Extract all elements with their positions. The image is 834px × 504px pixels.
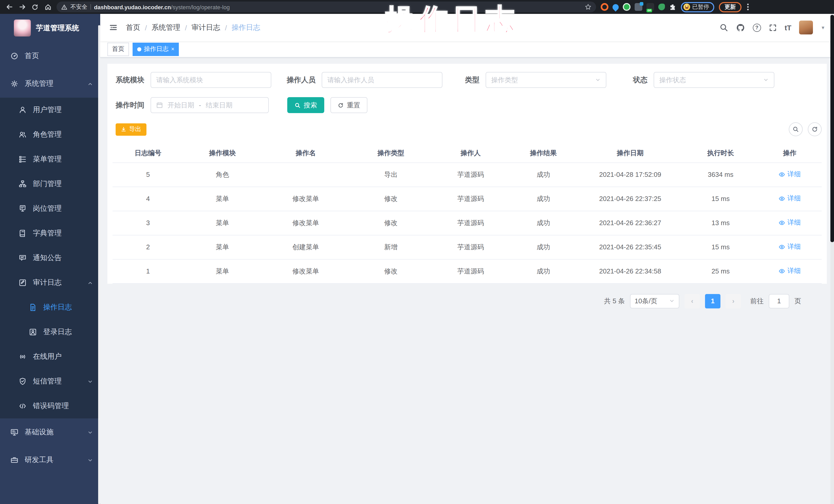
- cell-type: 修改: [350, 187, 432, 211]
- sidebar-item-home[interactable]: 首页: [0, 42, 100, 70]
- detail-link[interactable]: 详细: [779, 218, 801, 227]
- sidebar-item-post-management[interactable]: 岗位管理: [0, 196, 100, 221]
- hamburger-icon[interactable]: [109, 23, 118, 32]
- sidebar-item-login-log[interactable]: 登录日志: [0, 320, 100, 344]
- dashboard-icon: [10, 52, 19, 60]
- refresh-button[interactable]: [808, 122, 822, 136]
- toggle-search-button[interactable]: [789, 122, 803, 136]
- user-icon: [19, 106, 27, 114]
- sidebar-item-dept-management[interactable]: 部门管理: [0, 172, 100, 196]
- extension-blue-gray-icon[interactable]: [635, 3, 642, 11]
- sidebar-logo-row[interactable]: 芋道管理系统: [0, 14, 100, 42]
- breadcrumb-audit-log[interactable]: 审计日志: [192, 23, 220, 32]
- extension-orange-icon[interactable]: [601, 3, 609, 11]
- tag-active-dot: [137, 47, 141, 51]
- detail-link[interactable]: 详细: [779, 194, 801, 203]
- prev-page-button[interactable]: ‹: [684, 294, 700, 308]
- sidebar-item-role-management[interactable]: 角色管理: [0, 122, 100, 147]
- page-size-select[interactable]: 10条/页: [630, 294, 679, 308]
- extension-dark-icon[interactable]: on: [646, 3, 654, 11]
- paused-label: 已暂停: [692, 3, 709, 11]
- sidebar-item-label: 错误码管理: [33, 401, 69, 411]
- sidebar-item-user-management[interactable]: 用户管理: [0, 98, 100, 122]
- search-button[interactable]: 搜索: [287, 97, 324, 113]
- avatar[interactable]: [799, 21, 813, 35]
- current-page-button[interactable]: 1: [705, 294, 720, 308]
- breadcrumb-home[interactable]: 首页: [126, 23, 140, 32]
- sidebar-item-dict-management[interactable]: 字典管理: [0, 221, 100, 246]
- extension-green-icon[interactable]: [623, 3, 631, 11]
- goto-page-input[interactable]: [769, 294, 789, 308]
- chevron-up-icon: [87, 280, 93, 286]
- sidebar-item-system-management[interactable]: 系统管理: [0, 70, 100, 98]
- cell-name: 修改菜单: [262, 211, 350, 235]
- cell-duration: 25 ms: [683, 259, 758, 283]
- calendar-icon: [156, 102, 163, 108]
- sidebar-item-operate-log[interactable]: 操作日志: [0, 295, 100, 320]
- sidebar-item-menu-management[interactable]: 菜单管理: [0, 147, 100, 172]
- help-icon[interactable]: ?: [753, 23, 761, 31]
- sidebar-item-label: 部门管理: [33, 179, 62, 189]
- type-select[interactable]: 操作类型: [486, 72, 606, 88]
- extension-pin-icon[interactable]: [611, 3, 620, 11]
- cell-result: 成功: [510, 259, 577, 283]
- cell-duration: 3634 ms: [683, 162, 758, 187]
- sidebar-item-audit-log[interactable]: 审计日志: [0, 270, 100, 295]
- cell-module: 菜单: [183, 235, 262, 259]
- profile-paused-chip[interactable]: 已暂停: [681, 2, 714, 12]
- scrollbar-thumb[interactable]: [830, 15, 834, 242]
- breadcrumb-separator: /: [185, 23, 187, 31]
- reset-button[interactable]: 重置: [330, 97, 367, 113]
- sidebar-item-error-code-management[interactable]: 错误码管理: [0, 394, 100, 418]
- time-label: 操作时间: [116, 101, 145, 110]
- github-icon[interactable]: [736, 23, 745, 32]
- operator-input[interactable]: [322, 72, 442, 88]
- browser-menu-icon[interactable]: [746, 4, 750, 10]
- caret-down-icon[interactable]: ▼: [821, 25, 825, 30]
- module-input[interactable]: [151, 72, 271, 88]
- next-page-button[interactable]: ›: [726, 294, 741, 308]
- sidebar-item-label: 首页: [25, 51, 39, 61]
- home-icon[interactable]: [44, 3, 52, 11]
- search-icon[interactable]: [719, 23, 728, 32]
- sidebar-item-notice[interactable]: 通知公告: [0, 246, 100, 270]
- eye-icon: [779, 268, 786, 275]
- cell-date: 2021-04-26 22:34:58: [577, 259, 683, 283]
- cell-operator: 芋道源码: [432, 211, 510, 235]
- cell-type: 新增: [350, 235, 432, 259]
- bookmark-star-icon[interactable]: [585, 4, 591, 10]
- close-icon[interactable]: ×: [171, 46, 174, 52]
- detail-link[interactable]: 详细: [779, 242, 801, 251]
- login-log-icon: [29, 328, 37, 336]
- status-select[interactable]: 操作状态: [654, 72, 774, 88]
- extension-leaf-icon[interactable]: [658, 4, 665, 10]
- font-size-icon[interactable]: tT: [785, 23, 791, 31]
- sidebar-item-infrastructure[interactable]: 基础设施: [0, 418, 100, 446]
- search-button-label: 搜索: [304, 101, 317, 110]
- date-range-picker[interactable]: 开始日期 - 结束日期: [151, 97, 269, 113]
- tag-home[interactable]: 首页: [107, 42, 129, 56]
- reset-button-label: 重置: [347, 101, 360, 110]
- reload-icon[interactable]: [31, 3, 39, 11]
- col-date: 操作日期: [577, 145, 683, 162]
- export-button[interactable]: 导出: [116, 123, 147, 135]
- sidebar-item-dev-tools[interactable]: 研发工具: [0, 446, 100, 474]
- back-icon[interactable]: [5, 3, 13, 11]
- download-icon: [121, 127, 126, 132]
- cell-duration: 15 ms: [683, 235, 758, 259]
- goto-label: 前往: [750, 296, 764, 306]
- cell-result: 成功: [510, 235, 577, 259]
- update-button[interactable]: 更新: [719, 2, 742, 12]
- tag-operate-log[interactable]: 操作日志 ×: [133, 42, 179, 56]
- detail-link[interactable]: 详细: [779, 170, 801, 179]
- fullscreen-icon[interactable]: [769, 23, 777, 31]
- sidebar-item-sms-management[interactable]: 短信管理: [0, 369, 100, 394]
- breadcrumb-system[interactable]: 系统管理: [152, 23, 180, 32]
- chevron-down-icon: [87, 430, 93, 435]
- sidebar-item-online-users[interactable]: 在线用户: [0, 344, 100, 369]
- forward-icon[interactable]: [18, 3, 26, 11]
- export-button-label: 导出: [129, 125, 141, 134]
- extensions-puzzle-icon[interactable]: [669, 3, 676, 10]
- sidebar-item-label: 系统管理: [25, 79, 53, 88]
- detail-link[interactable]: 详细: [779, 266, 801, 276]
